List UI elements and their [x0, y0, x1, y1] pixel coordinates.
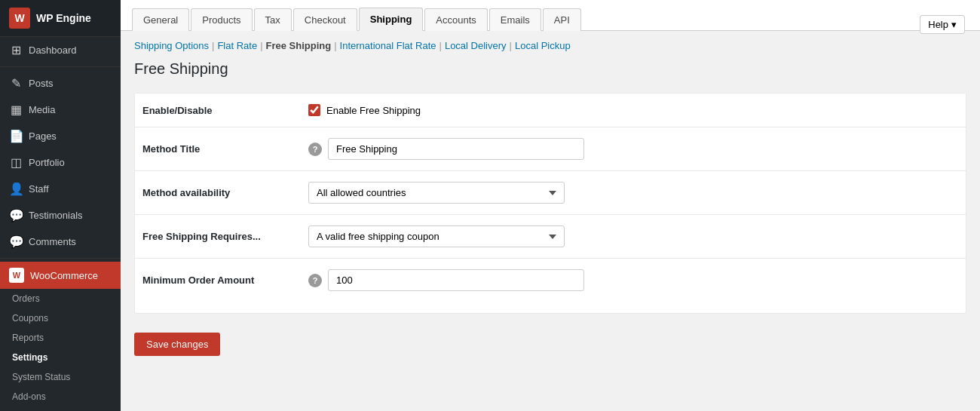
comments-icon: 💬: [9, 235, 23, 249]
sidebar-sub-settings[interactable]: Settings: [0, 348, 121, 367]
sidebar-item-label: Comments: [29, 236, 76, 247]
tab-shipping[interactable]: Shipping: [359, 8, 424, 31]
minimum-order-amount-input[interactable]: [328, 269, 584, 291]
breadcrumb-international-flat-rate[interactable]: International Flat Rate: [340, 40, 436, 51]
breadcrumb-shipping-options[interactable]: Shipping Options: [134, 40, 209, 51]
sidebar-item-testimonials[interactable]: 💬 Testimonials: [0, 202, 121, 229]
save-changes-button[interactable]: Save changes: [134, 333, 220, 356]
sidebar-logo[interactable]: W WP Engine: [0, 0, 121, 37]
sidebar-item-label: Testimonials: [29, 210, 83, 221]
breadcrumb-free-shipping: Free Shipping: [266, 40, 332, 51]
sidebar-item-label: Portfolio: [29, 157, 65, 168]
sidebar-item-portfolio[interactable]: ◫ Portfolio: [0, 149, 121, 176]
control-method-availability: All allowed countries Specific countries: [308, 182, 565, 204]
woocommerce-icon: W: [9, 268, 24, 283]
tab-api[interactable]: API: [543, 8, 581, 31]
label-enable-disable: Enable/Disable: [142, 105, 308, 116]
sidebar-item-posts[interactable]: ✎ Posts: [0, 70, 121, 97]
form-row-method-availability: Method availability All allowed countrie…: [135, 171, 966, 215]
method-availability-select[interactable]: All allowed countries Specific countries: [308, 182, 565, 204]
tab-checkout[interactable]: Checkout: [293, 8, 357, 31]
control-free-shipping-requires: N/A A valid free shipping coupon A minim…: [308, 225, 565, 247]
form-row-enable-disable: Enable/Disable Enable Free Shipping: [135, 94, 966, 127]
sidebar-sub-system-status[interactable]: System Status: [0, 367, 121, 387]
woocommerce-label: WooCommerce: [30, 270, 98, 281]
sidebar-sub-orders[interactable]: Orders: [0, 289, 121, 308]
media-icon: ▦: [9, 103, 23, 117]
content-area: Shipping Options | Flat Rate | Free Ship…: [121, 31, 980, 365]
sidebar-item-label: Staff: [29, 183, 49, 195]
sidebar-item-label: Media: [29, 104, 55, 115]
dashboard-icon: ⊞: [9, 43, 23, 57]
label-method-availability: Method availability: [142, 187, 308, 198]
free-shipping-requires-select[interactable]: N/A A valid free shipping coupon A minim…: [308, 225, 565, 247]
label-method-title: Method Title: [142, 143, 308, 155]
form-row-method-title: Method Title ?: [135, 127, 966, 171]
sidebar-sub-add-ons[interactable]: Add-ons: [0, 387, 121, 406]
main-content: Help ▾ General Products Tax Checkout Shi…: [121, 0, 980, 411]
sidebar-item-woocommerce[interactable]: W WooCommerce: [0, 262, 121, 289]
pages-icon: 📄: [9, 129, 23, 143]
help-button[interactable]: Help ▾: [920, 15, 965, 34]
posts-icon: ✎: [9, 76, 23, 90]
form-row-free-shipping-requires: Free Shipping Requires... N/A A valid fr…: [135, 215, 966, 259]
minimum-order-help-icon[interactable]: ?: [308, 274, 322, 287]
staff-icon: 👤: [9, 182, 23, 196]
control-method-title: ?: [308, 138, 584, 160]
breadcrumb-local-delivery[interactable]: Local Delivery: [445, 40, 507, 51]
label-free-shipping-requires: Free Shipping Requires...: [142, 231, 308, 242]
tab-general[interactable]: General: [132, 8, 189, 31]
form-section: Enable/Disable Enable Free Shipping Meth…: [134, 93, 966, 314]
tab-accounts[interactable]: Accounts: [424, 8, 487, 31]
page-title: Free Shipping: [134, 60, 966, 78]
method-title-help-icon[interactable]: ?: [308, 143, 322, 156]
wp-engine-logo-icon: W: [9, 8, 30, 29]
breadcrumb: Shipping Options | Flat Rate | Free Ship…: [134, 40, 966, 51]
portfolio-icon: ◫: [9, 155, 23, 170]
sidebar-item-staff[interactable]: 👤 Staff: [0, 176, 121, 202]
sidebar-item-label: Dashboard: [29, 44, 77, 56]
breadcrumb-flat-rate[interactable]: Flat Rate: [217, 40, 257, 51]
chevron-down-icon: ▾: [951, 19, 957, 30]
control-minimum-order-amount: ?: [308, 269, 584, 291]
tab-tax[interactable]: Tax: [254, 8, 292, 31]
tab-products[interactable]: Products: [191, 8, 252, 31]
sidebar-item-label: Posts: [29, 78, 54, 89]
sidebar-logo-text: WP Engine: [36, 12, 91, 24]
tabs-bar: General Products Tax Checkout Shipping A…: [121, 0, 980, 31]
sidebar-item-dashboard[interactable]: ⊞ Dashboard: [0, 37, 121, 63]
form-row-minimum-order-amount: Minimum Order Amount ?: [135, 259, 966, 302]
sidebar-divider-2: [0, 258, 121, 259]
sidebar-divider: [0, 66, 121, 67]
sidebar-sub-coupons[interactable]: Coupons: [0, 308, 121, 328]
control-enable-disable: Enable Free Shipping: [308, 104, 421, 116]
label-minimum-order-amount: Minimum Order Amount: [142, 275, 308, 286]
sidebar-item-media[interactable]: ▦ Media: [0, 97, 121, 123]
sidebar-item-comments[interactable]: 💬 Comments: [0, 229, 121, 255]
breadcrumb-local-pickup[interactable]: Local Pickup: [515, 40, 571, 51]
sidebar: W WP Engine ⊞ Dashboard ✎ Posts ▦ Media …: [0, 0, 121, 411]
sidebar-item-label: Pages: [29, 130, 57, 142]
enable-free-shipping-checkbox[interactable]: [308, 104, 320, 116]
method-title-input[interactable]: [328, 138, 584, 160]
sidebar-item-pages[interactable]: 📄 Pages: [0, 123, 121, 149]
testimonials-icon: 💬: [9, 208, 23, 222]
sidebar-sub-reports[interactable]: Reports: [0, 328, 121, 348]
tab-emails[interactable]: Emails: [489, 8, 541, 31]
enable-free-shipping-label[interactable]: Enable Free Shipping: [326, 105, 421, 116]
